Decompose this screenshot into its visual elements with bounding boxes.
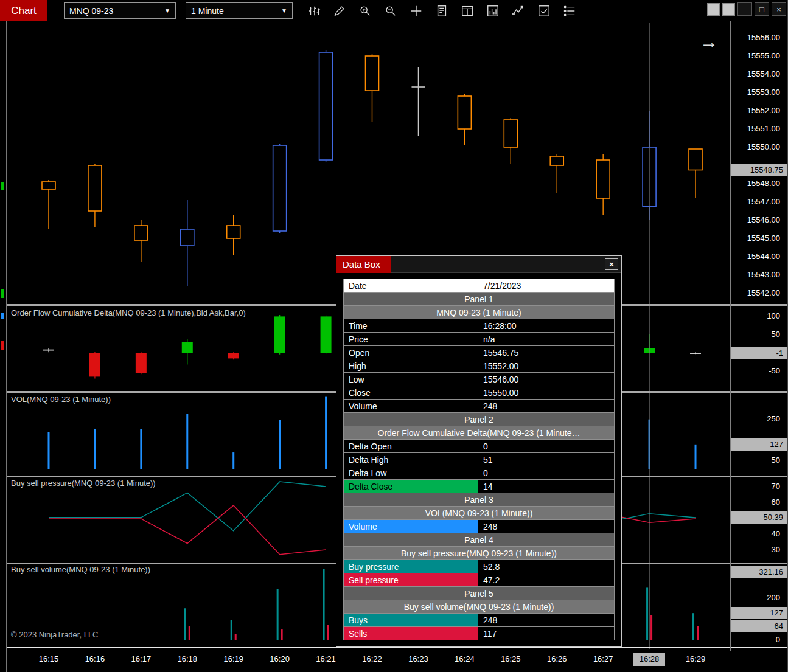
axis-value-marker: 50.39 [731, 511, 787, 524]
time-label: 16:26 [541, 654, 573, 663]
time-label: 16:29 [680, 654, 711, 663]
zoom-in-icon[interactable] [355, 1, 374, 20]
properties-list-icon[interactable] [560, 1, 579, 20]
instrument-select[interactable]: MNQ 09-23 ▼ [64, 2, 176, 19]
interval-select[interactable]: 1 Minute ▼ [186, 2, 293, 19]
axis-label: 100 [730, 310, 784, 322]
delta-panel-title: Order Flow Cumulative Delta(MNQ 09-23 (1… [11, 308, 246, 317]
window-title-chart[interactable]: Chart [0, 0, 47, 21]
axis-label: 50 [730, 454, 784, 466]
databox-row: Panel 4 [344, 533, 615, 547]
axis-label: 250 [730, 413, 784, 425]
interval-select-value: 1 Minute [191, 6, 224, 16]
axis-label: 15545.00 [730, 232, 784, 244]
databox-row: Delta High51 [344, 453, 615, 466]
chevron-down-icon: ▼ [281, 7, 287, 14]
time-label: 16:15 [33, 654, 65, 663]
window-button[interactable] [707, 3, 720, 16]
databox-row: Delta Open0 [344, 440, 615, 453]
axis-label: 15544.00 [730, 251, 784, 263]
databox-row: Sells117 [344, 627, 615, 640]
databox-row: Buy pressure52.8 [344, 560, 615, 573]
databox-row: MNQ 09-23 (1 Minute) [344, 306, 615, 319]
databox-row: Panel 3 [344, 493, 615, 507]
toolbar: Chart MNQ 09-23 ▼ 1 Minute ▼ – □ [0, 0, 788, 21]
bsv-panel-title: Buy sell volume(MNQ 09-23 (1 Minute)) [11, 565, 150, 574]
databox-row: Delta Close14 [344, 480, 615, 493]
databox-row: Time16:28:00 [344, 319, 615, 333]
databox-row: Pricen/a [344, 333, 615, 346]
time-label: 16:24 [448, 654, 480, 663]
databox-body: Date7/21/2023Panel 1MNQ 09-23 (1 Minute)… [336, 273, 621, 646]
strategies-icon[interactable] [534, 1, 553, 20]
time-label: 16:18 [172, 654, 203, 663]
minimize-button[interactable]: – [737, 2, 752, 16]
axis-label: 15546.00 [730, 214, 784, 226]
data-box-icon[interactable] [432, 1, 451, 20]
databox-row: High15552.00 [344, 359, 615, 373]
price-axis-divider [730, 21, 731, 651]
time-label: 16:23 [402, 654, 434, 663]
time-label: 16:27 [587, 654, 619, 663]
axis-value-marker: 127 [731, 438, 787, 451]
window-controls: – □ × [707, 2, 786, 16]
time-label: 16:17 [125, 654, 157, 663]
databox-table: Date7/21/2023Panel 1MNQ 09-23 (1 Minute)… [343, 279, 615, 640]
databox-row: Volume248 [344, 520, 615, 533]
zoom-out-icon[interactable] [381, 1, 400, 20]
axis-label: 30 [730, 544, 784, 556]
drawing-tools-pencil-icon[interactable] [330, 1, 349, 20]
instrument-select-value: MNQ 09-23 [69, 6, 113, 16]
databox-row: Sell pressure47.2 [344, 573, 615, 587]
databox-row: Buy sell pressure(MNQ 09-23 (1 Minute)) [344, 547, 615, 560]
pressure-panel-title: Buy sell pressure(MNQ 09-23 (1 Minute)) [11, 479, 156, 488]
databox-row: Delta Low0 [344, 466, 615, 480]
axis-label: 0 [730, 634, 784, 646]
databox-row: Buys248 [344, 614, 615, 627]
crosshair-icon[interactable] [406, 1, 425, 20]
databox-close-button[interactable]: × [605, 258, 618, 270]
restore-button[interactable]: □ [755, 2, 769, 16]
copyright-text: © 2023 NinjaTrader, LLC [11, 630, 99, 639]
panel-icon[interactable] [458, 1, 476, 20]
databox-row: Open15546.75 [344, 346, 615, 359]
axis-label: 15543.00 [730, 269, 784, 281]
databox-window[interactable]: Data Box × Date7/21/2023Panel 1MNQ 09-23… [336, 255, 622, 647]
databox-row: Date7/21/2023 [344, 279, 615, 293]
time-label: 16:20 [264, 654, 296, 663]
go-to-latest-arrow-icon[interactable]: → [700, 32, 718, 52]
vol-panel-title: VOL(MNQ 09-23 (1 Minute)) [11, 395, 111, 404]
time-label: 16:21 [310, 654, 342, 663]
databox-row: Panel 5 [344, 587, 615, 600]
toolbar-icons [304, 1, 579, 20]
axis-label: 15548.00 [730, 178, 784, 190]
time-label: 16:25 [495, 654, 526, 663]
close-button[interactable]: × [772, 2, 786, 16]
axis-label: 15551.00 [730, 123, 784, 135]
chart-left-border [6, 21, 7, 672]
axis-label: 70 [730, 480, 784, 493]
databox-row: Panel 2 [344, 413, 615, 426]
axis-value-marker: -1 [731, 347, 787, 359]
databox-row: VOL(MNQ 09-23 (1 Minute)) [344, 507, 615, 520]
price-axis[interactable]: 15556.0015555.0015554.0015553.0015552.00… [730, 21, 788, 651]
time-marker: 16:28 [633, 653, 665, 666]
window-button[interactable] [722, 3, 735, 16]
axis-value-marker: 127 [731, 607, 787, 619]
databox-row: Buy sell volume(MNQ 09-23 (1 Minute)) [344, 600, 615, 614]
chart-style-icon[interactable] [304, 1, 323, 20]
axis-label: 200 [730, 592, 784, 604]
axis-label: 40 [730, 528, 784, 540]
databox-titlebar[interactable]: Data Box × [336, 256, 621, 273]
chevron-down-icon: ▼ [164, 7, 170, 14]
axis-value-marker: 64 [731, 620, 787, 632]
databox-title: Data Box [336, 256, 391, 273]
zigzag-line-icon[interactable] [509, 1, 528, 20]
axis-label: 15554.00 [730, 68, 784, 80]
axis-label: 15556.00 [730, 32, 784, 44]
background-window-artifact [1, 289, 4, 298]
indicators-icon[interactable] [483, 1, 502, 20]
databox-row: Low15546.00 [344, 373, 615, 386]
time-axis[interactable]: 16:1516:1616:1716:1816:1916:2016:2116:22… [0, 651, 788, 672]
background-window-artifact [1, 313, 4, 319]
